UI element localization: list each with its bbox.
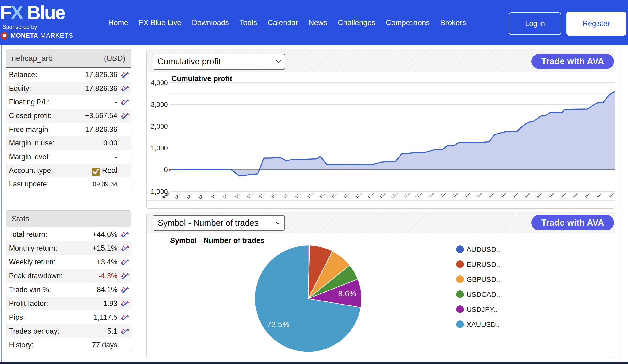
svg-text:1/···: 1/··· xyxy=(258,191,267,199)
svg-text:2/···: 2/··· xyxy=(475,191,483,199)
svg-text:USDCAD..: USDCAD.. xyxy=(467,291,500,298)
svg-text:1/···: 1/··· xyxy=(355,191,363,199)
svg-text:1/···: 1/··· xyxy=(295,191,303,199)
svg-text:2/···: 2/··· xyxy=(414,191,423,199)
svg-text:2,000: 2,000 xyxy=(151,123,168,130)
svg-text:1/···: 1/··· xyxy=(246,191,255,199)
svg-text:2/···: 2/··· xyxy=(391,191,399,199)
svg-text:1/···: 1/··· xyxy=(222,191,231,199)
svg-text:2/···: 2/··· xyxy=(523,191,531,199)
svg-text:2/···: 2/··· xyxy=(487,191,495,199)
svg-text:1/···: 1/··· xyxy=(270,191,279,199)
svg-text:2/···: 2/··· xyxy=(511,191,519,199)
svg-text:2/···: 2/··· xyxy=(451,191,459,199)
svg-text:3/···: 3/··· xyxy=(583,191,591,199)
svg-text:Cumulative profit: Cumulative profit xyxy=(171,74,233,83)
svg-text:12···: 12··· xyxy=(185,191,195,200)
svg-text:3/···: 3/··· xyxy=(547,191,555,199)
svg-text:1/···: 1/··· xyxy=(282,191,291,199)
svg-text:XAUUSD..: XAUUSD.. xyxy=(467,320,500,328)
svg-text:Symbol - Number of trades: Symbol - Number of trades xyxy=(170,236,265,245)
svg-text:3,000: 3,000 xyxy=(151,101,168,108)
svg-text:2/···: 2/··· xyxy=(535,191,543,199)
svg-text:3/···: 3/··· xyxy=(595,191,603,199)
svg-text:AUDUSD..: AUDUSD.. xyxy=(467,245,500,253)
svg-text:1/···: 1/··· xyxy=(210,191,219,199)
svg-text:2/···: 2/··· xyxy=(427,191,435,199)
svg-text:1/···: 1/··· xyxy=(318,191,327,199)
svg-text:1/···: 1/··· xyxy=(343,191,351,199)
svg-text:1/···: 1/··· xyxy=(307,191,315,199)
svg-text:0: 0 xyxy=(164,166,168,174)
svg-text:GBPUSD..: GBPUSD.. xyxy=(467,276,500,283)
svg-text:1/···: 1/··· xyxy=(234,191,243,199)
svg-text:1/···: 1/··· xyxy=(379,191,387,199)
svg-text:2/···: 2/··· xyxy=(402,191,411,199)
svg-text:1/···: 1/··· xyxy=(367,191,375,199)
svg-text:USDJPY..: USDJPY.. xyxy=(467,305,497,313)
svg-text:12···: 12··· xyxy=(173,191,183,200)
svg-text:3/···: 3/··· xyxy=(571,191,579,199)
svg-text:8.6%: 8.6% xyxy=(338,289,356,298)
svg-text:72.5%: 72.5% xyxy=(267,320,289,329)
svg-text:1/···: 1/··· xyxy=(330,191,339,199)
svg-text:2/···: 2/··· xyxy=(439,191,447,199)
svg-text:3/···: 3/··· xyxy=(607,191,615,199)
svg-text:EURUSD..: EURUSD.. xyxy=(467,260,500,268)
svg-text:12···: 12··· xyxy=(197,191,207,200)
svg-text:2/···: 2/··· xyxy=(499,191,507,199)
svg-text:4,000: 4,000 xyxy=(151,79,168,86)
svg-text:2/···: 2/··· xyxy=(463,191,471,199)
svg-text:3/···: 3/··· xyxy=(559,191,567,199)
svg-text:1,000: 1,000 xyxy=(151,144,168,152)
